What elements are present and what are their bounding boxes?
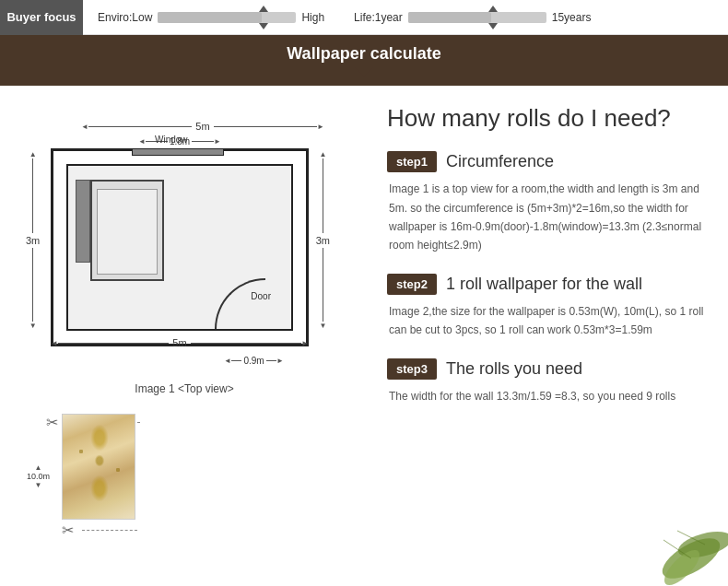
swatch-length-arrow: ▲ 10.0m ▼ [27, 463, 50, 489]
swatch-length-label: 10.0m [27, 472, 50, 481]
door-arc [215, 278, 265, 329]
dim-left-label: 3m [26, 235, 40, 246]
enviro-slider-group: Enviro:Low High [83, 11, 339, 24]
dim-right-label: 3m [316, 235, 330, 246]
window-indicator [132, 148, 224, 156]
main-title: How many rolls do I need? [387, 104, 710, 133]
top-bar: Buyer focus Enviro:Low High Life:1year 1… [0, 0, 728, 35]
step3-header: step3 The rolls you need [387, 358, 710, 380]
cut-line-bottom [82, 530, 137, 531]
step2-title: 1 roll wallpaper for the wall [446, 275, 642, 294]
instructions-section: How many rolls do I need? step1 Circumfe… [369, 86, 728, 586]
dim-bottom-inner: ◄ 0.9m ► [224, 356, 284, 366]
step1-item: step1 Circumference Image 1 is a top vie… [387, 151, 710, 255]
enviro-low-label: Enviro:Low [98, 11, 152, 24]
dim-top-label: 5m [195, 121, 209, 132]
step2-header: step2 1 roll wallpaper for the wall [387, 274, 710, 295]
wallpaper-swatch: ✂ ▲ 10.0m ▼ [46, 414, 350, 539]
life-slider-group: Life:1year 15years [339, 11, 605, 24]
step2-desc: Image 2,the size for the wallpaper is 0.… [387, 302, 710, 340]
step2-item: step2 1 roll wallpaper for the wall Imag… [387, 274, 710, 340]
step3-title: The rolls you need [446, 359, 582, 379]
outer-wall: Window Door [51, 148, 309, 346]
inner-wall: Door [66, 164, 293, 331]
enviro-slider-track[interactable] [158, 12, 296, 23]
dim-bottom-label: 5m [172, 337, 186, 348]
years-label: 15years [552, 11, 592, 24]
leaf-svg [617, 494, 728, 586]
step2-badge: step2 [387, 274, 437, 295]
leaf-decoration [617, 494, 728, 586]
step1-header: step1 Circumference [387, 151, 710, 172]
wallpaper-swatch-image [62, 414, 135, 520]
step3-badge: step3 [387, 358, 437, 380]
life-slider-track[interactable] [408, 12, 546, 23]
diagram-caption: Image 1 <Top view> [18, 382, 350, 395]
section-header: Wallpaper calculate [0, 35, 728, 86]
scissors-top-icon: ✂ [46, 415, 58, 430]
step3-desc: The width for the wall 13.3m/1.59 =8.3, … [387, 387, 710, 405]
dim-top: ◄ 5m ► [81, 121, 324, 132]
dim-bottom: ◄ 5m ► [51, 337, 309, 348]
dim-left: ▲ 3m ▼ [26, 150, 40, 330]
diagram-section: ◄ 5m ► ◄ 1.8m ► ▲ 3m ▼ [0, 86, 369, 586]
buyer-focus-label: Buyer focus [0, 0, 83, 35]
main-content: ◄ 5m ► ◄ 1.8m ► ▲ 3m ▼ [0, 86, 728, 586]
furniture-inner [97, 189, 158, 275]
window-label: Window [155, 135, 188, 145]
step1-title: Circumference [446, 152, 554, 171]
dim-bottom-inner-label: 0.9m [243, 356, 264, 366]
section-header-title: Wallpaper calculate [287, 44, 440, 63]
step1-badge: step1 [387, 151, 437, 172]
furniture-dark [76, 180, 90, 263]
step1-desc: Image 1 is a top view for a room,the wid… [387, 180, 710, 255]
furniture-main [90, 180, 164, 281]
life-label: Life:1year [354, 11, 403, 24]
step3-item: step3 The rolls you need The width for t… [387, 358, 710, 405]
door-label: Door [251, 291, 271, 301]
high-label: High [301, 11, 324, 24]
dim-right: ▲ 3m ▼ [316, 150, 330, 330]
scissors-bottom-icon: ✂ [62, 522, 74, 538]
